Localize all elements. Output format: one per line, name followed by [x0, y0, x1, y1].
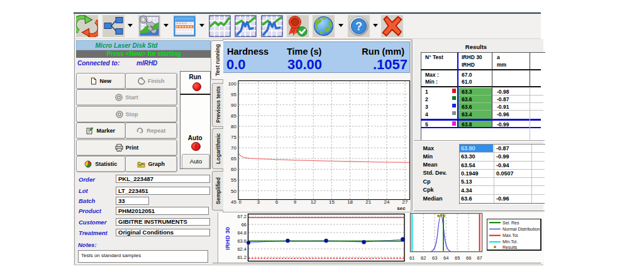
svg-text:0: 0: [238, 199, 242, 205]
svg-text:IRHD 30: IRHD 30: [224, 227, 231, 250]
svg-text:67.2: 67.2: [237, 214, 247, 219]
svg-text:62.4: 62.4: [237, 246, 247, 252]
svg-text:63: 63: [432, 255, 437, 261]
svg-text:Results: Results: [502, 245, 518, 250]
svg-text:61.2: 61.2: [237, 255, 247, 260]
svg-text:3: 3: [257, 199, 260, 205]
svg-text:21: 21: [365, 199, 371, 205]
svg-text:55: 55: [231, 177, 236, 183]
svg-text:Min.Tol.: Min.Tol.: [502, 239, 518, 244]
svg-text:64.8: 64.8: [237, 230, 247, 236]
svg-text:63.6: 63.6: [237, 238, 247, 244]
svg-text:6: 6: [275, 199, 279, 205]
svg-text:Normal Distribution: Normal Distribution: [502, 227, 540, 231]
svg-text:45: 45: [231, 199, 236, 205]
svg-text:95: 95: [231, 92, 236, 97]
svg-text:100: 100: [228, 81, 237, 87]
svg-text:65: 65: [231, 156, 236, 162]
svg-text:75: 75: [231, 134, 236, 140]
svg-text:?: ?: [355, 20, 362, 33]
svg-text:24: 24: [384, 199, 389, 205]
svg-text:67: 67: [477, 255, 482, 261]
svg-text:65: 65: [455, 255, 460, 261]
svg-text:9: 9: [294, 199, 297, 205]
svg-text:sec: sec: [397, 206, 406, 211]
svg-text:70: 70: [231, 145, 236, 151]
svg-text:60: 60: [231, 167, 236, 172]
svg-text:61: 61: [409, 255, 414, 261]
svg-text:85: 85: [231, 113, 236, 119]
svg-text:50: 50: [231, 189, 236, 194]
svg-text:Max.Tol.: Max.Tol.: [502, 233, 519, 238]
svg-text:27: 27: [402, 199, 408, 205]
svg-text:15: 15: [329, 199, 335, 205]
svg-text:12: 12: [311, 199, 316, 205]
svg-text:Sel. Res: Sel. Res: [502, 221, 519, 225]
svg-text:62: 62: [421, 255, 426, 261]
svg-text:80: 80: [231, 124, 236, 129]
svg-text:66: 66: [242, 222, 247, 228]
svg-text:64: 64: [443, 255, 448, 261]
svg-text:90: 90: [231, 102, 236, 108]
svg-text:66: 66: [466, 255, 471, 261]
svg-text:18: 18: [347, 199, 353, 205]
